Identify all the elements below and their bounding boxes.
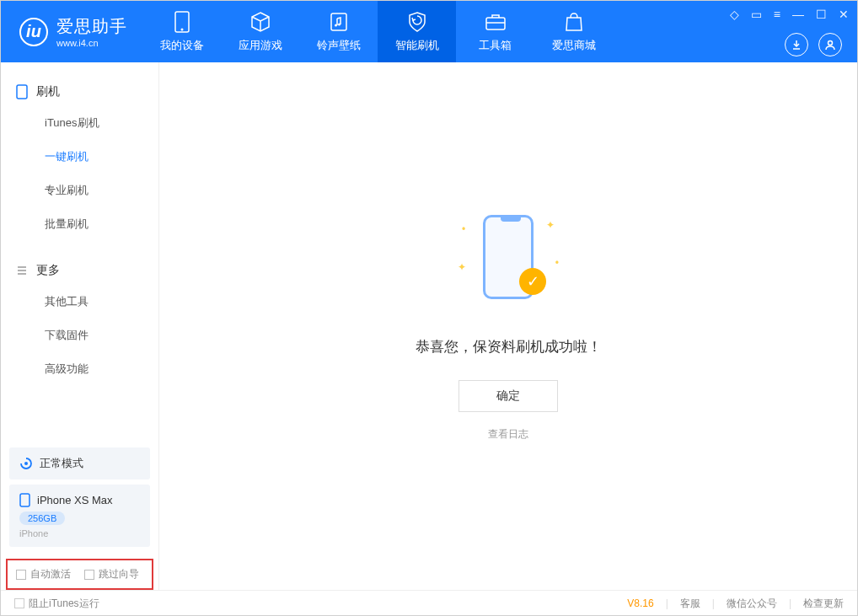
sidebar-item-oneclick[interactable]: 一键刷机 [1,140,158,174]
app-subtitle: www.i4.cn [56,38,127,48]
cube-icon [249,10,272,34]
phone-small-icon [19,493,30,507]
version-label: V8.16 [627,597,653,609]
checkmark-icon: ✓ [519,268,546,295]
svg-rect-7 [17,85,27,99]
maximize-icon[interactable]: ☐ [816,8,827,21]
tab-ringtones[interactable]: 铃声壁纸 [299,1,378,62]
storage-badge: 256GB [19,512,65,525]
bag-icon [562,10,586,34]
sidebar-item-itunes[interactable]: iTunes刷机 [1,106,158,140]
tab-toolbox[interactable]: 工具箱 [456,1,534,62]
device-mode[interactable]: 正常模式 [9,447,150,479]
view-log-link[interactable]: 查看日志 [488,427,528,442]
footer-link-support[interactable]: 客服 [680,597,700,611]
tab-my-device[interactable]: 我的设备 [142,1,221,62]
svg-point-8 [24,462,28,465]
tab-store[interactable]: 爱思商城 [534,1,613,62]
toolbox-icon [484,10,507,34]
checkbox-skip-wizard[interactable]: 跳过向导 [84,567,139,581]
sidebar-item-firmware[interactable]: 下载固件 [1,319,158,352]
device-type: iPhone [19,528,140,538]
footer-link-wechat[interactable]: 微信公众号 [727,597,777,611]
device-info[interactable]: iPhone XS Max 256GB iPhone [9,485,150,547]
success-message: 恭喜您，保资料刷机成功啦！ [416,337,602,356]
device-icon [170,10,194,34]
music-icon [327,10,351,34]
header-actions [785,33,842,56]
sidebar-item-batch[interactable]: 批量刷机 [1,207,158,241]
status-bar: 阻止iTunes运行 V8.16 | 客服 | 微信公众号 | 检查更新 [1,590,857,616]
tab-apps[interactable]: 应用游戏 [221,1,299,62]
footer-link-update[interactable]: 检查更新 [803,597,844,611]
flash-options: 自动激活 跳过向导 [6,559,153,590]
checkbox-auto-activate[interactable]: 自动激活 [16,567,71,581]
user-icon[interactable] [818,33,842,56]
close-icon[interactable]: ✕ [839,8,849,21]
sidebar-item-tools[interactable]: 其他工具 [1,285,158,319]
app-title: 爱思助手 [56,15,127,38]
logo-icon: iu [19,18,48,46]
app-logo: iu 爱思助手 www.i4.cn [1,15,142,48]
svg-point-4 [338,24,341,26]
success-illustration: ✦•✦• ✓ [458,211,559,312]
sidebar: 刷机 iTunes刷机 一键刷机 专业刷机 批量刷机 更多 其他工具 下载固件 … [1,62,159,590]
shirt-icon[interactable]: ◇ [730,8,739,21]
main-content: ✦•✦• ✓ 恭喜您，保资料刷机成功啦！ 确定 查看日志 [159,62,857,590]
svg-rect-5 [486,18,505,29]
svg-point-6 [829,41,833,46]
sidebar-section-flash: 刷机 [1,78,158,106]
svg-point-3 [335,24,337,27]
menu-icon[interactable]: ≡ [774,8,780,21]
shield-icon [405,10,429,34]
checkbox-block-itunes[interactable]: 阻止iTunes运行 [14,597,99,611]
sidebar-item-pro[interactable]: 专业刷机 [1,174,158,207]
svg-point-1 [180,29,183,31]
svg-rect-2 [331,13,346,30]
window-controls: ◇ ▭ ≡ — ☐ ✕ [730,8,849,21]
settings-icon[interactable]: ▭ [751,8,762,21]
download-icon[interactable] [785,33,808,56]
sidebar-section-more: 更多 [1,256,158,285]
app-header: iu 爱思助手 www.i4.cn 我的设备 应用游戏 铃声壁纸 智能刷机 工具… [1,1,857,62]
main-tabs: 我的设备 应用游戏 铃声壁纸 智能刷机 工具箱 爱思商城 [142,1,613,62]
phone-icon [16,84,28,99]
sidebar-item-advanced[interactable]: 高级功能 [1,352,158,386]
ok-button[interactable]: 确定 [458,380,558,412]
list-icon [16,265,28,276]
svg-rect-9 [20,494,29,506]
tab-flash[interactable]: 智能刷机 [378,1,456,62]
minimize-icon[interactable]: — [792,8,804,21]
refresh-icon [19,457,33,470]
